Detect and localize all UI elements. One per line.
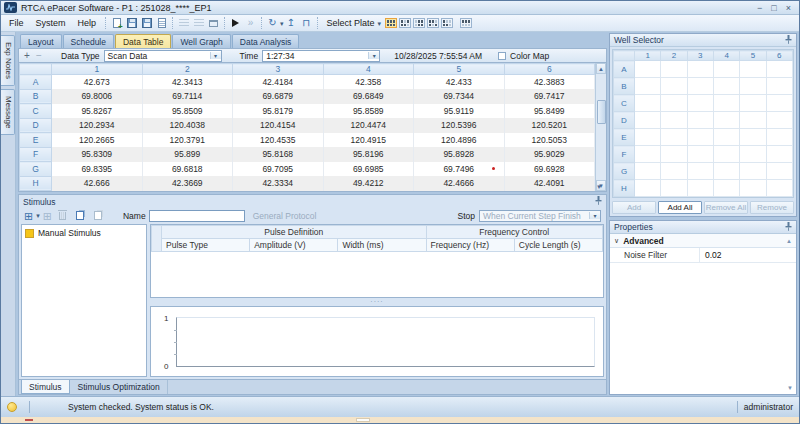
- load-plate-button[interactable]: [206, 16, 221, 30]
- scroll-up-icon[interactable]: ▲: [786, 238, 792, 244]
- plate-layout-icon-3[interactable]: [413, 18, 425, 28]
- well-F5[interactable]: [740, 146, 766, 163]
- cell-E5[interactable]: 120.4896: [414, 133, 505, 148]
- cell-H3[interactable]: 42.3334: [233, 176, 324, 191]
- cell-B6[interactable]: 69.7417: [504, 89, 595, 104]
- well-row-C[interactable]: C: [614, 95, 635, 112]
- well-F6[interactable]: [766, 146, 792, 163]
- tab-data-table[interactable]: Data Table: [115, 34, 171, 48]
- well-E2[interactable]: [661, 129, 687, 146]
- color-map-checkbox[interactable]: [498, 52, 506, 60]
- well-E5[interactable]: [740, 129, 766, 146]
- time-select[interactable]: 1:27:34 ▾: [262, 50, 380, 62]
- bottom-tab-stimulus-optimization[interactable]: Stimulus Optimization: [71, 380, 168, 394]
- well-E6[interactable]: [766, 129, 792, 146]
- well-C2[interactable]: [661, 95, 687, 112]
- well-G4[interactable]: [713, 163, 739, 180]
- pulse-col-width-ms-[interactable]: Width (ms): [338, 239, 426, 252]
- zoom-in-button[interactable]: +: [23, 51, 31, 61]
- well-G6[interactable]: [766, 163, 792, 180]
- cell-G6[interactable]: 69.6928: [504, 162, 595, 177]
- column-header-1[interactable]: 1: [52, 64, 143, 75]
- cell-E1[interactable]: 120.2665: [52, 133, 143, 148]
- remove-all-button[interactable]: Remove All: [704, 201, 748, 214]
- pulse-col-frequency-hz-[interactable]: Frequency (Hz): [426, 239, 514, 252]
- tab-data-analysis[interactable]: Data Analysis: [232, 34, 300, 48]
- well-A6[interactable]: [766, 61, 792, 78]
- cell-G5[interactable]: 69.7496: [414, 162, 505, 177]
- well-E1[interactable]: [635, 129, 661, 146]
- cell-H2[interactable]: 42.3669: [142, 176, 233, 191]
- menu-system[interactable]: System: [30, 16, 72, 30]
- well-F3[interactable]: [687, 146, 713, 163]
- row-header-E[interactable]: E: [20, 133, 52, 148]
- row-header-G[interactable]: G: [20, 162, 52, 177]
- well-D4[interactable]: [713, 112, 739, 129]
- well-row-H[interactable]: H: [614, 180, 635, 197]
- cell-C2[interactable]: 95.8509: [142, 104, 233, 119]
- well-G1[interactable]: [635, 163, 661, 180]
- cell-H1[interactable]: 42.666: [52, 176, 143, 191]
- bottom-tab-stimulus[interactable]: Stimulus: [21, 380, 70, 394]
- well-A2[interactable]: [661, 61, 687, 78]
- well-H6[interactable]: [766, 180, 792, 197]
- cell-A4[interactable]: 42.358: [323, 75, 414, 90]
- cell-D1[interactable]: 120.2934: [52, 118, 143, 133]
- scrollbar-thumb[interactable]: [597, 100, 606, 124]
- minimize-button[interactable]: −: [757, 3, 762, 13]
- scroll-down-icon[interactable]: ▼: [787, 385, 793, 391]
- table-scrollbar[interactable]: ▲ ▼: [595, 63, 606, 191]
- cell-F2[interactable]: 95.899: [142, 147, 233, 162]
- well-B6[interactable]: [766, 78, 792, 95]
- caret-down-icon[interactable]: ▾: [589, 212, 600, 219]
- cell-C4[interactable]: 95.8589: [323, 104, 414, 119]
- well-H4[interactable]: [713, 180, 739, 197]
- cell-E2[interactable]: 120.3791: [142, 133, 233, 148]
- well-col-3[interactable]: 3: [687, 51, 713, 61]
- insert-grid-icon[interactable]: ⊞: [43, 211, 52, 221]
- well-B3[interactable]: [687, 78, 713, 95]
- well-C1[interactable]: [635, 95, 661, 112]
- cell-A3[interactable]: 42.4184: [233, 75, 324, 90]
- report-button[interactable]: [154, 16, 169, 30]
- well-G3[interactable]: [687, 163, 713, 180]
- row-header-C[interactable]: C: [20, 104, 52, 119]
- cell-B5[interactable]: 69.7344: [414, 89, 505, 104]
- well-B5[interactable]: [740, 78, 766, 95]
- cell-G3[interactable]: 69.7095: [233, 162, 324, 177]
- cell-F3[interactable]: 95.8168: [233, 147, 324, 162]
- new-experiment-button[interactable]: [109, 16, 124, 30]
- cell-B1[interactable]: 69.8006: [52, 89, 143, 104]
- side-tab-message[interactable]: Message: [1, 89, 15, 135]
- stop-select[interactable]: When Current Step Finish ▾: [479, 210, 601, 222]
- well-D5[interactable]: [740, 112, 766, 129]
- pulse-col-cycle-length-s-[interactable]: Cycle Length (s): [514, 239, 602, 252]
- pin-icon[interactable]: [785, 35, 792, 46]
- row-header-H[interactable]: H: [20, 176, 52, 191]
- well-H3[interactable]: [687, 180, 713, 197]
- cell-A1[interactable]: 42.673: [52, 75, 143, 90]
- plate-layout-icon-2[interactable]: [399, 18, 411, 28]
- well-F4[interactable]: [713, 146, 739, 163]
- cell-A6[interactable]: 42.3883: [504, 75, 595, 90]
- well-F1[interactable]: [635, 146, 661, 163]
- column-header-2[interactable]: 2: [142, 64, 233, 75]
- menu-help[interactable]: Help: [72, 16, 103, 30]
- cell-C5[interactable]: 95.9119: [414, 104, 505, 119]
- remove-button[interactable]: Remove: [750, 201, 794, 214]
- well-D6[interactable]: [766, 112, 792, 129]
- paste-stimulus-button[interactable]: [91, 209, 106, 223]
- row-header-B[interactable]: B: [20, 89, 52, 104]
- import-button[interactable]: ↥: [284, 16, 299, 30]
- well-col-4[interactable]: 4: [713, 51, 739, 61]
- cell-F1[interactable]: 95.8309: [52, 147, 143, 162]
- cell-D3[interactable]: 120.4154: [233, 118, 324, 133]
- save-as-button[interactable]: [139, 16, 154, 30]
- add-all-button[interactable]: Add All: [658, 201, 702, 214]
- select-plate-label[interactable]: Select Plate: [321, 18, 378, 28]
- cell-D6[interactable]: 120.5201: [504, 118, 595, 133]
- well-C3[interactable]: [687, 95, 713, 112]
- scroll-up-icon[interactable]: ▲: [596, 63, 606, 74]
- well-B2[interactable]: [661, 78, 687, 95]
- zoom-out-button[interactable]: −: [35, 51, 43, 61]
